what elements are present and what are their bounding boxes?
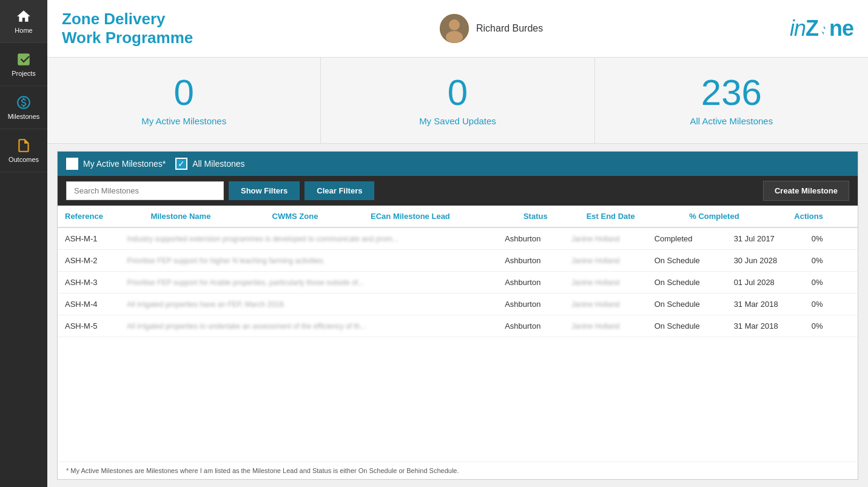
- cell-pct-3: 0%: [804, 294, 839, 315]
- cell-name-0: Industry supported extension programmes …: [119, 228, 497, 250]
- page-title: Zone Delivery Work Programme: [62, 10, 193, 47]
- cell-reference-0: ASH-M-1: [58, 228, 119, 250]
- checkbox-group-1[interactable]: My Active Milestones*: [66, 158, 166, 170]
- col-status: Status: [516, 206, 579, 227]
- cell-reference-2: ASH-M-3: [58, 272, 119, 294]
- user-name: Richard Burdes: [476, 23, 543, 34]
- inzone-logo: inZne: [790, 16, 853, 41]
- header: Zone Delivery Work Programme Richard Bur…: [47, 0, 868, 58]
- cell-date-4: 31 Mar 2018: [727, 315, 804, 337]
- checkbox-active-milestones-label: My Active Milestones*: [83, 159, 166, 169]
- cell-actions-0: [838, 228, 858, 250]
- checkbox-group-2[interactable]: ✓ All Milestones: [175, 158, 244, 170]
- projects-icon: [16, 52, 32, 67]
- cell-zone-1: Ashburton: [497, 250, 564, 272]
- avatar-image: [440, 14, 469, 43]
- stat-active-milestones: 0 My Active Milestones: [47, 58, 321, 143]
- cell-zone-2: Ashburton: [497, 272, 564, 294]
- sidebar-label-milestones: Milestones: [8, 113, 40, 120]
- stat-label-1: My Saved Updates: [419, 116, 496, 126]
- cell-reference-1: ASH-M-2: [58, 250, 119, 272]
- cell-lead-2: Janine Holland: [564, 272, 647, 294]
- cell-zone-4: Ashburton: [497, 315, 564, 337]
- table-toolbar: My Active Milestones* ✓ All Milestones: [58, 152, 858, 176]
- cell-name-4: All irrigated properties to undertake an…: [119, 315, 497, 337]
- sidebar-item-outcomes[interactable]: Outcomes: [0, 129, 47, 172]
- table-header-row: Reference Milestone Name CWMS Zone ECan …: [58, 206, 858, 227]
- stat-saved-updates: 0 My Saved Updates: [321, 58, 594, 143]
- col-end-date: Est End Date: [579, 206, 682, 227]
- milestones-icon: [16, 95, 32, 110]
- footer-note: * My Active Milestones are Milestones wh…: [58, 462, 858, 479]
- stats-row: 0 My Active Milestones 0 My Saved Update…: [47, 58, 868, 144]
- sidebar-label-home: Home: [15, 27, 32, 34]
- stat-all-milestones: 236 All Active Milestones: [595, 58, 868, 143]
- content-area: My Active Milestones* ✓ All Milestones S…: [47, 144, 868, 487]
- cell-actions-4: [838, 315, 858, 337]
- sidebar-label-projects: Projects: [12, 70, 36, 77]
- cell-status-0: Completed: [647, 228, 727, 250]
- show-filters-button[interactable]: Show Filters: [229, 181, 300, 200]
- table-row: ASH-M-2 Prioritise FEP support for highe…: [58, 250, 858, 272]
- checkbox-all-milestones[interactable]: ✓: [175, 158, 187, 170]
- main-content: Zone Delivery Work Programme Richard Bur…: [47, 0, 868, 487]
- cell-status-1: On Schedule: [647, 250, 727, 272]
- checkbox-all-milestones-label: All Milestones: [192, 159, 244, 169]
- cell-lead-0: Janine Holland: [564, 228, 647, 250]
- svg-point-1: [449, 19, 460, 30]
- stat-number-0: 0: [173, 75, 193, 111]
- col-completed: % Completed: [682, 206, 787, 227]
- stat-label-0: My Active Milestones: [141, 116, 226, 126]
- cell-status-4: On Schedule: [647, 315, 727, 337]
- table-scroll[interactable]: ASH-M-1 Industry supported extension pro…: [58, 228, 858, 462]
- avatar: [440, 14, 469, 43]
- cell-actions-3: [838, 294, 858, 315]
- sidebar-label-outcomes: Outcomes: [8, 156, 39, 163]
- table-body: ASH-M-1 Industry supported extension pro…: [58, 228, 858, 337]
- table-container: My Active Milestones* ✓ All Milestones S…: [57, 151, 858, 480]
- cell-zone-0: Ashburton: [497, 228, 564, 250]
- cell-pct-0: 0%: [804, 228, 839, 250]
- sidebar-item-home[interactable]: Home: [0, 0, 47, 43]
- table-row: ASH-M-3 Prioritise FEP support for Arabl…: [58, 272, 858, 294]
- user-info: Richard Burdes: [440, 14, 543, 43]
- cell-name-3: All irrigated properties have an FEP, Ma…: [119, 294, 497, 315]
- cell-lead-3: Janine Holland: [564, 294, 647, 315]
- header-title: Zone Delivery Work Programme: [62, 10, 193, 47]
- search-input[interactable]: [66, 181, 224, 200]
- table-row: ASH-M-5 All irrigated properties to unde…: [58, 315, 858, 337]
- sidebar-item-milestones[interactable]: Milestones: [0, 86, 47, 129]
- cell-name-1: Prioritise FEP support for higher N leac…: [119, 250, 497, 272]
- cell-date-2: 01 Jul 2028: [727, 272, 804, 294]
- table-row: ASH-M-1 Industry supported extension pro…: [58, 228, 858, 250]
- clear-filters-button[interactable]: Clear Filters: [304, 181, 374, 200]
- cell-pct-1: 0%: [804, 250, 839, 272]
- table-head: Reference Milestone Name CWMS Zone ECan …: [58, 206, 858, 227]
- cell-zone-3: Ashburton: [497, 294, 564, 315]
- cell-name-2: Prioritise FEP support for Arable proper…: [119, 272, 497, 294]
- col-actions: Actions: [787, 206, 858, 227]
- cell-lead-1: Janine Holland: [564, 250, 647, 272]
- create-milestone-button[interactable]: Create Milestone: [763, 181, 849, 201]
- cell-lead-4: Janine Holland: [564, 315, 647, 337]
- checkbox-active-milestones[interactable]: [66, 158, 78, 170]
- cell-status-2: On Schedule: [647, 272, 727, 294]
- stat-label-2: All Active Milestones: [690, 116, 773, 126]
- cell-date-0: 31 Jul 2017: [727, 228, 804, 250]
- col-zone: CWMS Zone: [265, 206, 363, 227]
- filter-bar: Show Filters Clear Filters Create Milest…: [58, 176, 858, 206]
- cell-date-1: 30 Jun 2028: [727, 250, 804, 272]
- data-table: Reference Milestone Name CWMS Zone ECan …: [58, 206, 858, 228]
- home-icon: [16, 8, 32, 24]
- stat-number-2: 236: [701, 75, 762, 111]
- cell-reference-4: ASH-M-5: [58, 315, 119, 337]
- cell-pct-2: 0%: [804, 272, 839, 294]
- col-name: Milestone Name: [143, 206, 264, 227]
- svg-point-2: [446, 31, 463, 43]
- cell-actions-1: [838, 250, 858, 272]
- cell-actions-2: [838, 272, 858, 294]
- cell-status-3: On Schedule: [647, 294, 727, 315]
- col-lead: ECan Milestone Lead: [363, 206, 516, 227]
- stat-number-1: 0: [448, 75, 468, 111]
- sidebar-item-projects[interactable]: Projects: [0, 43, 47, 86]
